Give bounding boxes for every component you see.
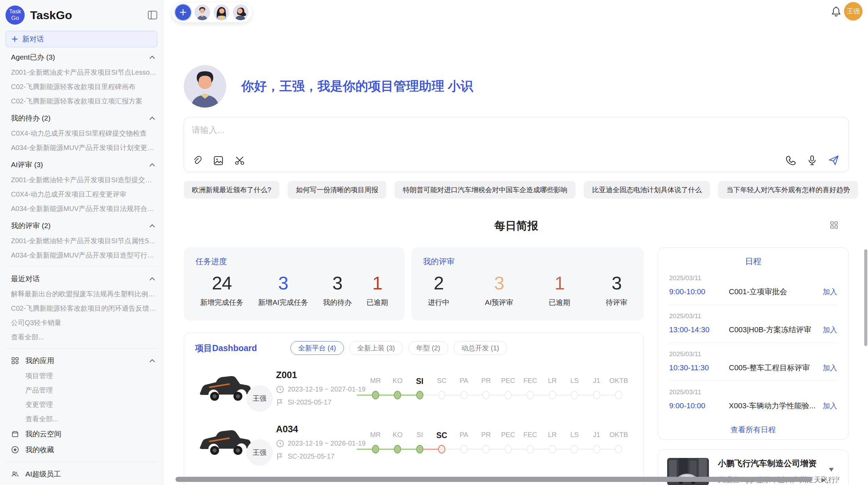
sidebar-view-all-conversations[interactable]: 查看全部... xyxy=(5,330,157,344)
agent-avatar[interactable] xyxy=(194,4,210,20)
milestone-node[interactable] xyxy=(615,445,622,453)
chevron-up-icon[interactable] xyxy=(149,163,155,167)
join-button[interactable]: 加入 xyxy=(823,325,837,335)
chevron-up-icon[interactable] xyxy=(149,359,155,363)
sidebar-item-help-me-write[interactable]: 帮我写作 xyxy=(5,482,157,485)
suggestion-chip[interactable]: 欧洲新规最近颁布了什么? xyxy=(184,181,279,199)
schedule-item: 2025/03/11 10:30-11:30 C005-整车工程目标评审 加入 xyxy=(668,343,838,381)
scroll-down-arrow[interactable] xyxy=(829,468,834,472)
sidebar-conversation-item[interactable]: 解释最新出台的欧盟报废车法规再生塑料比例被调至15%... xyxy=(5,287,157,301)
dashboard-filter-tab[interactable]: 动总开发 (1) xyxy=(454,341,507,355)
sidebar-conversation-item[interactable]: 公司Q3轻卡销量 xyxy=(5,315,157,330)
suggestion-chip[interactable]: 比亚迪全固态电池计划具体说了什么 xyxy=(584,181,710,199)
sidebar-item-cloud-space[interactable]: 我的云空间 xyxy=(5,426,157,442)
sidebar-section-header[interactable]: AI评审 (3) xyxy=(5,157,157,173)
stat-value: 3 xyxy=(485,272,513,294)
add-agent-button[interactable] xyxy=(175,4,191,20)
sidebar-conversation-item[interactable]: A034-全新新能源MUV产品开发项目造型可行性评审 xyxy=(5,248,157,262)
sidebar-conversation-item[interactable]: C02-飞腾新能源轻客改款项目里程碑画布 xyxy=(5,79,157,94)
join-button[interactable]: 加入 xyxy=(823,287,837,297)
chevron-up-icon[interactable] xyxy=(149,224,155,228)
milestone-node[interactable] xyxy=(615,391,622,399)
agent-avatar[interactable] xyxy=(214,4,229,20)
milestone-node[interactable] xyxy=(416,445,423,453)
milestone-node[interactable] xyxy=(394,445,401,453)
chevron-up-icon[interactable] xyxy=(149,116,155,120)
milestone-node[interactable] xyxy=(416,391,423,399)
sidebar-item-my-apps[interactable]: 我的应用 xyxy=(5,353,157,369)
sidebar-conversation-item[interactable]: C0X4-动力总成开发项目SI里程碑提交物检查 xyxy=(5,126,157,140)
milestone-node[interactable] xyxy=(527,445,534,453)
project-row[interactable]: 王强 A034 2023-12-19 ~ 2026-01-19 SC-2025-… xyxy=(195,421,632,463)
image-icon[interactable] xyxy=(213,155,224,166)
mic-icon[interactable] xyxy=(807,155,818,166)
notifications-bell-icon[interactable] xyxy=(831,6,841,17)
sidebar-app-item[interactable]: 项目管理 xyxy=(5,369,157,383)
sidebar-section-header[interactable]: 我的待办 (2) xyxy=(5,110,157,126)
sidebar-conversation-item[interactable]: Z001-全新燃油皮卡产品开发项目SI节点Lesson Learn报告 xyxy=(5,65,157,79)
sidebar-conversation-item[interactable]: Z001-全新燃油轻卡产品开发项目SI造型提交物评审 xyxy=(5,173,157,187)
stat: 2 进行中 xyxy=(428,272,449,307)
dashboard-filter-tab[interactable]: 全新平台 (4) xyxy=(290,341,344,355)
sidebar-app-item[interactable]: 产品管理 xyxy=(5,383,157,397)
milestone-node[interactable] xyxy=(549,391,556,399)
chat-input[interactable]: 请输入... xyxy=(184,117,849,172)
scissors-icon[interactable] xyxy=(234,155,245,166)
chevron-up-icon[interactable] xyxy=(149,55,155,59)
new-chat-button[interactable]: 新对话 xyxy=(5,31,157,47)
sidebar-conversation-item[interactable]: C0X4-动力总成开发项目工程变更评审 xyxy=(5,187,157,201)
milestone-node[interactable] xyxy=(482,391,490,399)
milestone-node[interactable] xyxy=(460,391,468,399)
phone-icon[interactable] xyxy=(785,155,796,166)
milestone-node[interactable] xyxy=(593,445,600,453)
attachment-icon[interactable] xyxy=(192,155,203,166)
milestone-node[interactable] xyxy=(460,445,468,453)
sidebar-section-header[interactable]: Agent已办 (3) xyxy=(5,49,157,65)
sidebar-conversation-item[interactable]: C02-飞腾新能源轻客改款项目立项汇报方案 xyxy=(5,94,157,108)
join-button[interactable]: 加入 xyxy=(823,363,837,373)
sidebar-section-header[interactable]: 我的评审 (2) xyxy=(5,218,157,234)
milestone-node[interactable] xyxy=(394,391,401,399)
milestone-node[interactable] xyxy=(571,391,578,399)
sidebar-app-item-view-all[interactable]: 查看全部... xyxy=(5,412,157,426)
suggestion-chip[interactable]: 特朗普可能对进口汽车增税会对中国车企造成哪些影响 xyxy=(395,181,576,199)
dashboard-filter-tab[interactable]: 全新上装 (3) xyxy=(349,341,403,355)
milestone-node[interactable] xyxy=(438,445,445,453)
horizontal-scrollbar-thumb[interactable] xyxy=(176,477,812,482)
milestone-node[interactable] xyxy=(505,391,512,399)
suggestion-chip[interactable]: 当下年轻人对汽车外观有怎样的喜好趋势 xyxy=(718,181,858,199)
milestone-node[interactable] xyxy=(372,391,379,399)
milestone-node[interactable] xyxy=(482,445,490,453)
sidebar-app-item[interactable]: 变更管理 xyxy=(5,397,157,412)
sidebar-item-ai-super-staff[interactable]: AI超级员工 xyxy=(5,466,157,482)
milestone-node[interactable] xyxy=(527,391,534,399)
collapse-sidebar-icon[interactable] xyxy=(148,11,157,20)
sidebar-conversation-item[interactable]: A034-全新新能源MUV产品开发项目法规符合性评审 xyxy=(5,201,157,216)
user-avatar[interactable]: 王强 xyxy=(844,2,863,21)
sidebar-section-header[interactable]: 最近对话 xyxy=(5,271,157,287)
layout-grid-icon[interactable] xyxy=(830,221,839,229)
milestone-node[interactable] xyxy=(438,391,445,399)
sidebar-conversation-item[interactable]: Z001-全新燃油轻卡产品开发项目SI节点属性5D文件评审 xyxy=(5,234,157,248)
milestone-node[interactable] xyxy=(593,391,600,399)
agent-avatar[interactable] xyxy=(233,4,249,20)
my-reviews-card: 我的评审 2 进行中 3 AI预评审 1 已逾期 3 待评审 xyxy=(411,247,644,321)
milestone-label: PEC xyxy=(497,431,519,440)
join-button[interactable]: 加入 xyxy=(823,401,837,411)
send-icon[interactable] xyxy=(828,154,840,166)
chevron-up-icon[interactable] xyxy=(149,277,155,281)
milestone-node[interactable] xyxy=(505,445,512,453)
sidebar-conversation-item[interactable]: C02-飞腾新能源轻客改款项目的闭环通告反馈情况 xyxy=(5,301,157,315)
project-row[interactable]: 王强 Z001 2023-12-19 ~ 2027-01-19 SI-2025-… xyxy=(195,367,632,409)
sidebar-item-favorites[interactable]: 我的收藏 xyxy=(5,442,157,458)
milestone-node[interactable] xyxy=(571,445,578,453)
milestone-node[interactable] xyxy=(549,445,556,453)
scroll-right-arrow[interactable] xyxy=(821,478,825,483)
view-all-schedule-link[interactable]: 查看所有日程 xyxy=(668,425,838,435)
ai-super-staff-label: AI超级员工 xyxy=(25,469,61,479)
suggestion-chip[interactable]: 如何写一份清晰的项目周报 xyxy=(288,181,386,199)
sidebar-conversation-item[interactable]: A034-全新新能源MUV产品开发项目计划变更表编写 xyxy=(5,140,157,155)
milestone-node[interactable] xyxy=(372,445,379,453)
dashboard-filter-tab[interactable]: 年型 (2) xyxy=(408,341,448,355)
vertical-scrollbar-thumb[interactable] xyxy=(864,249,867,346)
